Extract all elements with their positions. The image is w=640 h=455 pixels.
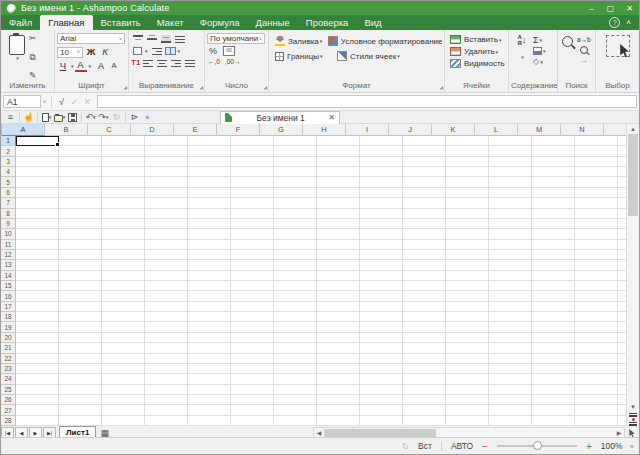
new-document-icon[interactable]: ▾ <box>40 113 53 122</box>
grid-cell-M21[interactable] <box>532 343 575 352</box>
grid-cell-H24[interactable] <box>317 374 360 383</box>
scroll-up-icon[interactable]: ▲ <box>627 124 639 134</box>
grid-cell-I18[interactable] <box>360 312 403 321</box>
grid-cell-J3[interactable] <box>403 157 446 166</box>
grid-cell-K23[interactable] <box>446 364 489 373</box>
grid-cell-N17[interactable] <box>575 302 618 311</box>
open-document-icon[interactable]: ▾ <box>53 113 66 122</box>
grid-cell-J1[interactable] <box>403 136 446 145</box>
grid-cell-J4[interactable] <box>403 167 446 176</box>
row-header-6[interactable]: 6 <box>1 188 16 198</box>
grid-cell-F3[interactable] <box>231 157 274 166</box>
grid-cell-H20[interactable] <box>317 333 360 342</box>
search-again-icon[interactable] <box>580 46 588 54</box>
grid-cell-I26[interactable] <box>360 395 403 404</box>
grid-cell-N28[interactable] <box>575 416 618 425</box>
grid-cell-D25[interactable] <box>145 385 188 394</box>
grid-cell-H26[interactable] <box>317 395 360 404</box>
replace-button[interactable]: a→b <box>577 36 591 43</box>
column-header-D[interactable]: D <box>131 124 174 136</box>
grid-cell-F2[interactable] <box>231 146 274 155</box>
grid-cell-C26[interactable] <box>102 395 145 404</box>
grid-cell-J19[interactable] <box>403 322 446 331</box>
insert-function-icon[interactable]: √ <box>55 97 68 107</box>
grid-cell-B10[interactable] <box>59 229 102 238</box>
grid-cell-C20[interactable] <box>102 333 145 342</box>
grid-cell-C11[interactable] <box>102 240 145 249</box>
grid-cell-G18[interactable] <box>274 312 317 321</box>
grid-cell-G28[interactable] <box>274 416 317 425</box>
column-header-K[interactable]: K <box>432 124 475 136</box>
maximize-button[interactable]: ▢ <box>601 1 620 15</box>
grid-cell-B2[interactable] <box>59 146 102 155</box>
status-overflow-icon[interactable]: » <box>630 442 634 451</box>
row-header-1[interactable]: 1 <box>1 136 16 146</box>
row-header-21[interactable]: 21 <box>1 343 16 353</box>
grid-cell-H4[interactable] <box>317 167 360 176</box>
grid-cell-L23[interactable] <box>489 364 532 373</box>
grid-cell-E18[interactable] <box>188 312 231 321</box>
row-header-27[interactable]: 27 <box>1 405 16 415</box>
row-header-13[interactable]: 13 <box>1 260 16 270</box>
grid-cell-G4[interactable] <box>274 167 317 176</box>
grid-cell-E16[interactable] <box>188 291 231 300</box>
grid-cell-A13[interactable] <box>16 260 59 269</box>
shrink-font-button[interactable]: А <box>108 60 120 72</box>
line-spacing-icon[interactable] <box>175 35 185 43</box>
grid-cell-C22[interactable] <box>102 354 145 363</box>
grid-cell-L5[interactable] <box>489 177 532 186</box>
grid-cell-H7[interactable] <box>317 198 360 207</box>
grid-cell-M22[interactable] <box>532 354 575 363</box>
fill-color-button[interactable]: Заливка▾ <box>275 36 328 46</box>
grid-cell-K4[interactable] <box>446 167 489 176</box>
grid-cell-F14[interactable] <box>231 271 274 280</box>
grid-cell-I17[interactable] <box>360 302 403 311</box>
grid-cell-G6[interactable] <box>274 188 317 197</box>
horizontal-scrollbar-thumb[interactable] <box>324 429 436 437</box>
grid-cell-B24[interactable] <box>59 374 102 383</box>
grid-cell-E14[interactable] <box>188 271 231 280</box>
grid-cell-H5[interactable] <box>317 177 360 186</box>
grid-cell-F26[interactable] <box>231 395 274 404</box>
grid-cell-L18[interactable] <box>489 312 532 321</box>
grid-cell-H13[interactable] <box>317 260 360 269</box>
grid-cell-G13[interactable] <box>274 260 317 269</box>
grid-cell-E12[interactable] <box>188 250 231 259</box>
grid-cell-C27[interactable] <box>102 405 145 414</box>
grid-cell-B3[interactable] <box>59 157 102 166</box>
grid-cell-I2[interactable] <box>360 146 403 155</box>
grid-cell-K3[interactable] <box>446 157 489 166</box>
grid-cell-J20[interactable] <box>403 333 446 342</box>
grid-cell-C16[interactable] <box>102 291 145 300</box>
grid-cell-G15[interactable] <box>274 281 317 290</box>
grid-cell-C5[interactable] <box>102 177 145 186</box>
grid-cell-A4[interactable] <box>16 167 59 176</box>
grid-cell-I9[interactable] <box>360 219 403 228</box>
grid-cell-A10[interactable] <box>16 229 59 238</box>
scroll-left-icon[interactable]: ◀ <box>314 429 324 436</box>
grid-cell-F25[interactable] <box>231 385 274 394</box>
menu-tab-Вид[interactable]: Вид <box>356 15 389 30</box>
column-header-B[interactable]: B <box>45 124 88 136</box>
grid-cell-H18[interactable] <box>317 312 360 321</box>
grid-cell-I14[interactable] <box>360 271 403 280</box>
grid-cell-D2[interactable] <box>145 146 188 155</box>
grid-cell-J5[interactable] <box>403 177 446 186</box>
document-tab[interactable]: Без имени 1 ✕ <box>220 111 340 124</box>
grid-cell-D13[interactable] <box>145 260 188 269</box>
grid-cell-H16[interactable] <box>317 291 360 300</box>
zoom-slider-handle[interactable] <box>533 441 542 450</box>
grid-cell-L25[interactable] <box>489 385 532 394</box>
grid-cell-A22[interactable] <box>16 354 59 363</box>
grid-cell-C18[interactable] <box>102 312 145 321</box>
grid-cell-E4[interactable] <box>188 167 231 176</box>
grid-cell-E13[interactable] <box>188 260 231 269</box>
cut-icon[interactable]: ✂ <box>29 33 36 43</box>
search-icon[interactable] <box>562 36 573 47</box>
scroll-down-icon[interactable]: ▼ <box>627 402 639 412</box>
grid-cell-L12[interactable] <box>489 250 532 259</box>
italic-button[interactable]: К <box>99 46 111 58</box>
sidebar-menu-icon[interactable]: ≡ <box>4 112 17 122</box>
column-header-E[interactable]: E <box>174 124 217 136</box>
row-header-12[interactable]: 12 <box>1 250 16 260</box>
